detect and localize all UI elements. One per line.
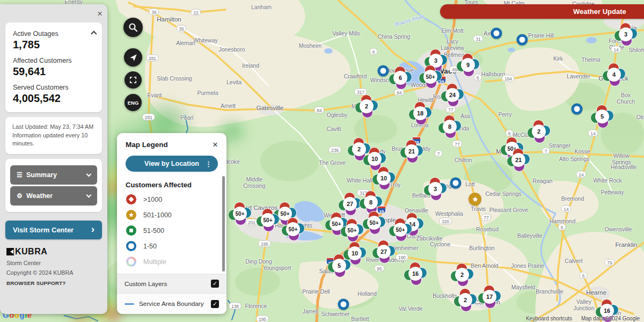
map-town-label: Petteway [601, 189, 624, 195]
legend-item-1-50: 1-50 [117, 238, 226, 254]
route-shield: 31 [473, 35, 483, 42]
route-shield: 14 [576, 171, 586, 178]
outage-cluster-marker[interactable]: 50+ [283, 219, 303, 239]
outage-cluster-marker[interactable]: 2 [356, 96, 377, 116]
fullscreen-button[interactable] [125, 71, 142, 89]
map-data-copyright[interactable]: Map data ©2024 Google [581, 316, 640, 321]
outage-cluster-marker[interactable]: 5 [592, 106, 612, 127]
map-town-label: Lavender [567, 73, 590, 79]
last-updated-text: Last Updated: May 23, 7:34 AM [12, 123, 95, 131]
my-location-button[interactable] [124, 48, 142, 67]
map-town-label: Lanham [251, 4, 272, 10]
outage-cluster-marker[interactable]: 50+ [390, 219, 411, 240]
outage-cluster-marker[interactable]: 8 [361, 192, 381, 213]
kebab-menu-icon[interactable]: ⋮ [205, 160, 212, 168]
legend-item-51-500: 51-500 [117, 223, 226, 238]
custom-layers-row: Custom Layers ✓ [117, 274, 226, 293]
service-area-boundary-checkbox[interactable]: ✓ [211, 300, 219, 308]
map-town-label: Lott [465, 181, 475, 187]
outage-cluster-marker[interactable]: 16 [405, 264, 426, 284]
map-town-label: Oglesby [327, 112, 348, 118]
map-town-label: Alto Springs [559, 156, 590, 162]
map-town-label: Burlington [469, 245, 494, 251]
outage-cluster-marker[interactable]: 50+ [230, 203, 250, 224]
outage-cluster-marker[interactable]: 2 [529, 121, 549, 142]
language-label: ENG [128, 100, 139, 106]
map-town-label: Aleman [176, 40, 195, 46]
outage-cluster-marker[interactable]: 50+ [364, 213, 384, 233]
language-button[interactable]: ENG [125, 94, 142, 111]
visit-storm-center-button[interactable]: Visit Storm Center › [5, 221, 102, 239]
map-town-label: Old [636, 114, 644, 120]
gold-star-marker-icon [126, 210, 136, 220]
map-town-label: Whiteway [193, 37, 218, 43]
outage-single-marker[interactable] [378, 65, 389, 77]
route-shield: 7 [435, 150, 443, 157]
outage-cluster-marker[interactable]: 18 [410, 103, 430, 123]
outage-cluster-marker[interactable]: 50+ [258, 210, 278, 230]
browser-support-link[interactable]: BROWSER SUPPORT? [6, 280, 101, 286]
map-town-label: Florence [245, 303, 267, 309]
weather-dropdown-button[interactable]: ⚙ Weather [10, 186, 97, 206]
outage-cluster-marker[interactable]: 8 [440, 116, 460, 137]
route-shield: 84 [394, 89, 404, 96]
custom-layers-checkbox[interactable]: ✓ [211, 280, 219, 288]
outage-cluster-marker[interactable]: 6 [390, 68, 411, 88]
gear-icon: ⚙ [17, 192, 26, 200]
route-shield: 14 [588, 130, 598, 137]
outage-cluster-marker[interactable]: 27 [340, 194, 360, 214]
outage-cluster-marker[interactable]: 21 [508, 150, 529, 170]
outage-single-marker[interactable] [517, 34, 528, 46]
outage-single-marker[interactable] [491, 28, 502, 39]
map-town-label: Ireland [242, 62, 259, 69]
map-town-label: Bartlett [351, 316, 369, 322]
map-town-label: Elm Mott [441, 27, 463, 34]
outage-cluster-marker[interactable]: 2 [455, 290, 475, 310]
outage-cluster-marker[interactable]: 5 [329, 255, 349, 276]
outage-cluster-marker[interactable]: 4 [604, 64, 624, 85]
map-town-label: Balleyville [517, 232, 543, 239]
outage-star-marker[interactable] [469, 193, 481, 206]
customers-affected-heading: Customers Affected [126, 181, 218, 189]
keyboard-shortcuts-link[interactable]: Keyboard shortcuts [526, 316, 572, 321]
route-shield: 281 [142, 114, 155, 121]
outage-cluster-marker[interactable]: 17 [479, 287, 500, 307]
legend-close-icon[interactable]: × [213, 140, 218, 149]
outage-single-marker[interactable] [572, 104, 583, 115]
outage-cluster-marker[interactable]: 2 [452, 265, 472, 285]
legend-scrollbar[interactable] [222, 176, 225, 272]
outage-cluster-marker[interactable]: 50+ [420, 67, 441, 87]
outage-cluster-marker[interactable]: 9 [458, 55, 478, 75]
route-shield: 95 [374, 265, 384, 272]
outage-cluster-marker[interactable]: 21 [401, 141, 422, 162]
list-icon: ☰ [17, 171, 26, 179]
map-town-label: Westphalia [435, 210, 463, 217]
outage-cluster-marker[interactable]: 10 [374, 168, 394, 188]
route-shield: 236 [328, 147, 341, 153]
map-town-label: The Grove [319, 159, 346, 166]
map-town-label: Chilton [455, 157, 472, 163]
map-town-label: Prairie Hill [528, 32, 554, 39]
map-town-label: White Hall [347, 177, 372, 184]
drawer-close-icon[interactable]: × [97, 9, 103, 18]
outage-single-marker[interactable] [450, 178, 462, 189]
map-town-label: Cyclone [430, 241, 450, 247]
outage-cluster-marker[interactable]: 24 [442, 85, 463, 105]
map-attribution: Keyboard shortcuts Map data ©2024 Google [518, 316, 640, 321]
storm-center-outage-map-app: EnergyToursMt CalmCoolidgeLanhamHamilton… [0, 0, 644, 322]
map-town-label: Cavitt [327, 126, 341, 132]
served-customers-value: 4,005,542 [13, 92, 94, 105]
outage-single-marker[interactable] [338, 299, 349, 310]
view-by-location-button[interactable]: View by Location ⋮ [126, 156, 218, 172]
chevron-up-icon[interactable] [91, 31, 97, 36]
route-shield: 14 [561, 206, 571, 213]
navigation-arrow-icon [129, 54, 137, 62]
outage-cluster-marker[interactable]: 50+ [342, 220, 362, 240]
weather-update-banner[interactable]: Weather Update [440, 4, 644, 19]
outage-cluster-marker[interactable]: 27 [374, 241, 394, 262]
map-town-label: Val Verde [399, 305, 423, 312]
summary-dropdown-button[interactable]: ☰ Summary [10, 165, 97, 185]
outage-cluster-marker[interactable]: 3 [616, 24, 636, 45]
outage-cluster-marker[interactable]: 3 [425, 179, 445, 199]
search-button[interactable] [123, 18, 143, 37]
